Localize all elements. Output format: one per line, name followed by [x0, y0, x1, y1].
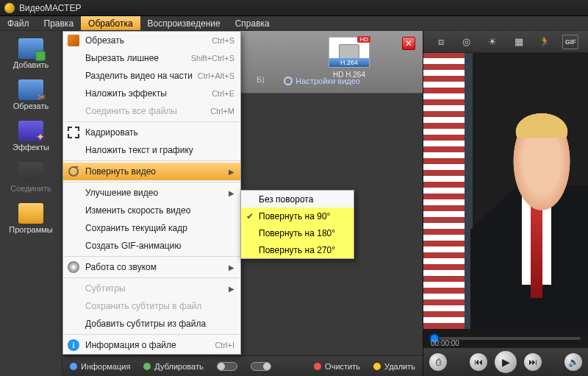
close-format-button[interactable]: ✕ [402, 37, 415, 50]
duplicate-icon [143, 363, 151, 370]
menu-processing[interactable]: Обработка [81, 16, 140, 30]
dropdown-item-label: Кадрировать [84, 127, 234, 138]
dropdown-item[interactable]: Наложить эффектыCtrl+E [63, 85, 240, 102]
preview-toolbar: ⧈ ◎ ☀ ▦ 🏃 GIF [423, 31, 588, 53]
dropdown-shortcut: Ctrl+M [210, 107, 234, 116]
dropdown-item-label: Изменить скорость видео [84, 205, 234, 216]
rotate-option-label: Повернуть на 180° [259, 228, 335, 238]
dropdown-item[interactable]: Повернуть видео▶ [63, 163, 240, 180]
dropdown-item-label: Соединить все файлы [84, 106, 210, 116]
gif-button[interactable]: GIF [562, 35, 578, 49]
dropdown-shortcut: Ctrl+E [212, 89, 234, 98]
menu-playback[interactable]: Воспроизведение [140, 16, 228, 30]
delete-icon [373, 363, 381, 370]
dropdown-item-label: Улучшение видео [84, 188, 224, 198]
app-logo-icon [4, 3, 15, 13]
snapshot-button[interactable]: ⎙ [429, 353, 447, 371]
rotate-option[interactable]: Повернуть на 270° [241, 241, 354, 258]
status-clear-button[interactable]: Очистить [314, 362, 360, 371]
scrub-bar[interactable]: 00:00:00 [423, 329, 588, 348]
rotate-submenu: Без поворота✔Повернуть на 90°Повернуть н… [240, 190, 354, 259]
dropdown-item[interactable]: Улучшение видео▶ [63, 184, 240, 202]
sidebar: Добавить Обрезать Эффекты Соединить Прог… [0, 31, 62, 376]
prev-button[interactable]: ⏮ [470, 353, 487, 371]
sidebar-join-button: Соединить [0, 159, 62, 196]
status-info-button[interactable]: Информация [70, 362, 130, 371]
preview-panel: ⧈ ◎ ☀ ▦ 🏃 GIF 00:00:00 ⎙ ⏮ [423, 31, 588, 376]
dropdown-item[interactable]: Сохранить текущий кадр [63, 219, 240, 237]
dropdown-shortcut: Ctrl+S [212, 36, 234, 45]
dropdown-item[interactable]: Создать GIF-анимацию [63, 237, 240, 255]
menu-help[interactable]: Справка [228, 16, 277, 30]
info-icon [70, 363, 77, 370]
codec-bar: H.264 [329, 58, 369, 67]
rotate-option[interactable]: ✔Повернуть на 90° [241, 207, 354, 224]
menu-edit[interactable]: Правка [37, 16, 82, 30]
format-caption: HD H.264 [327, 71, 371, 79]
rotate-option-label: Повернуть на 90° [259, 211, 330, 221]
cd-icon [68, 261, 79, 273]
menu-file[interactable]: Файл [0, 16, 37, 30]
rotate-option[interactable]: Повернуть на 180° [241, 224, 354, 241]
submenu-arrow-icon: ▶ [224, 189, 234, 197]
sidebar-item-label: Эффекты [12, 143, 49, 152]
dropdown-shortcut: Ctrl+I [215, 341, 234, 350]
rotate-option-label: Повернуть на 270° [259, 245, 335, 255]
dropdown-item-label: Наложить текст и графику [84, 145, 234, 155]
film-join-icon [18, 162, 43, 182]
next-button[interactable]: ⏭ [524, 353, 542, 371]
status-delete-button[interactable]: Удалить [373, 362, 415, 371]
film-tool-icon[interactable]: ▦ [511, 35, 527, 49]
submenu-arrow-icon: ▶ [224, 263, 234, 272]
video-preview[interactable] [423, 53, 588, 329]
sidebar-cut-button[interactable]: Обрезать [0, 77, 62, 113]
runner-icon[interactable]: 🏃 [537, 35, 553, 49]
processing-dropdown: ОбрезатьCtrl+SВырезать лишнееShift+Ctrl+… [62, 31, 241, 355]
toggle-icon [217, 362, 237, 371]
timecode: 00:00:00 [431, 339, 459, 347]
brightness-icon[interactable]: ☀ [484, 35, 501, 49]
frame-icon [68, 127, 79, 138]
sidebar-item-label: Соединить [10, 184, 51, 193]
dropdown-item-label: Создать GIF-анимацию [84, 241, 234, 251]
hd-badge: HD [357, 36, 370, 43]
dropdown-item[interactable]: iИнформация о файлеCtrl+I [63, 336, 240, 354]
dropdown-item[interactable]: Изменить скорость видео [63, 202, 240, 219]
dropdown-item: Сохранить субтитры в файл [63, 297, 240, 315]
player-controls: ⎙ ⏮ ▶ ⏭ 🔊 [423, 348, 588, 376]
dropdown-item-label: Разделить видео на части [84, 71, 198, 81]
app-title: ВидеоМАСТЕР [19, 3, 81, 13]
sidebar-effects-button[interactable]: Эффекты [0, 118, 62, 155]
format-thumbnail[interactable]: HD H.264 HD H.264 [327, 37, 371, 79]
sidebar-item-label: Программы [9, 225, 52, 234]
crop-icon [68, 35, 79, 46]
rotate-option[interactable]: Без поворота [241, 191, 354, 207]
dropdown-shortcut: Shift+Ctrl+S [191, 54, 234, 63]
dropdown-item[interactable]: ОбрезатьCtrl+S [63, 32, 240, 49]
volume-button[interactable]: 🔊 [564, 353, 582, 371]
sidebar-item-label: Добавить [13, 60, 49, 69]
preview-frame [423, 53, 588, 329]
view-toggle-2[interactable] [251, 362, 271, 371]
status-duplicate-button[interactable]: Дублировать [143, 362, 203, 371]
status-bar: Информация Дублировать Очистить Удалить [62, 355, 423, 376]
toggle-icon [251, 362, 271, 371]
dropdown-item-label: Наложить эффекты [84, 88, 212, 99]
gear-icon [284, 77, 293, 85]
dropdown-item[interactable]: Работа со звуком▶ [63, 258, 240, 276]
dropdown-item[interactable]: Добавить субтитры из файла [63, 315, 240, 333]
dropdown-item-label: Информация о файле [84, 340, 215, 350]
dropdown-item[interactable]: Вырезать лишнееShift+Ctrl+S [63, 49, 240, 67]
dropdown-item-label: Добавить субтитры из файла [84, 319, 234, 329]
target-icon[interactable]: ◎ [459, 35, 475, 49]
play-button[interactable]: ▶ [495, 351, 517, 373]
dropdown-item[interactable]: Наложить текст и графику [63, 141, 240, 159]
dropdown-item-label: Сохранить текущий кадр [84, 223, 234, 233]
dropdown-item[interactable]: Разделить видео на частиCtrl+Alt+S [63, 67, 240, 85]
sidebar-programs-button[interactable]: Программы [0, 200, 62, 237]
view-toggle-1[interactable] [217, 362, 237, 371]
crop-frame-icon[interactable]: ⧈ [433, 35, 449, 49]
sidebar-add-button[interactable]: Добавить [0, 35, 62, 72]
dropdown-item[interactable]: Кадрировать [63, 124, 240, 141]
film-fx-icon [18, 121, 43, 141]
